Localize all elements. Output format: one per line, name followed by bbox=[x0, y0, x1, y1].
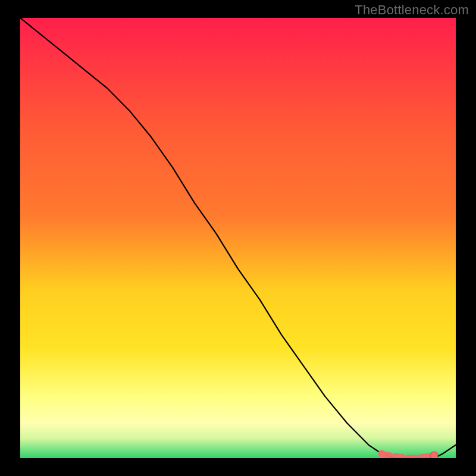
vertical-marker-dot bbox=[430, 452, 438, 458]
valley-start-dot bbox=[378, 450, 386, 458]
gradient-background bbox=[20, 18, 456, 458]
watermark-text: TheBottleneck.com bbox=[355, 2, 469, 18]
chart-svg bbox=[20, 18, 456, 458]
plot-area bbox=[20, 18, 456, 458]
chart-frame: TheBottleneck.com bbox=[0, 0, 476, 476]
